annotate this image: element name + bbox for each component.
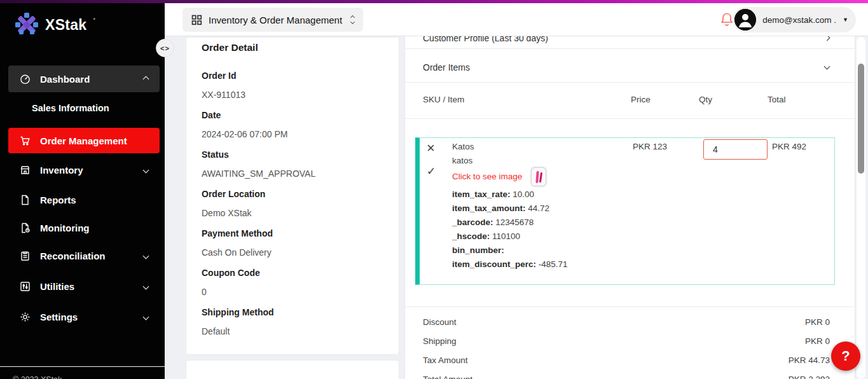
help-button[interactable]: ? [831, 341, 860, 371]
scrollbar-track[interactable] [857, 37, 865, 379]
app-root: XStak * Dashboard Sales Information Orde… [0, 0, 868, 379]
order-detail-card: Order Detail Order Id XX-911013 Date 202… [186, 37, 399, 355]
item-attribute: item_tax_rate: 10.00 [452, 188, 568, 202]
grid-icon [191, 15, 202, 25]
column-header-total: Total [768, 95, 786, 104]
gear-icon [20, 312, 31, 322]
item-total: PKR 492 [772, 142, 806, 151]
sidebar-item-inventory[interactable]: Inventory [8, 157, 160, 183]
summary-value: PKR 44.73 [789, 355, 830, 365]
sidebar-item-dashboard[interactable]: Dashboard [8, 65, 160, 92]
sidebar-item-order-management[interactable]: Order Management [8, 128, 160, 153]
field-label: Order Location [202, 189, 265, 199]
sidebar-item-label: Inventory [40, 165, 83, 176]
brand-name: XStak [45, 17, 86, 34]
document-monitor-icon [20, 223, 31, 233]
xstak-logo-icon [14, 12, 39, 38]
sidebar-item-utilities[interactable]: Utilities [8, 273, 160, 299]
secondary-card [186, 360, 399, 379]
summary-value: PKR 0 [805, 336, 830, 346]
user-email: demo@xstak.com . [762, 15, 836, 25]
chevron-down-icon [143, 314, 149, 320]
field-label: Status [202, 149, 229, 160]
app-switcher[interactable]: Inventory & Order Management [183, 8, 363, 32]
app-switcher-label: Inventory & Order Management [209, 15, 342, 25]
order-item-row: × ✓ Katos katos Click to see image item_… [415, 137, 835, 285]
column-header-price: Price [631, 95, 651, 104]
product-thumbnail-icon[interactable] [531, 167, 546, 186]
topbar: Inventory & Order Management demo@xstak.… [165, 3, 868, 36]
document-icon [20, 195, 31, 205]
field-label: Date [202, 110, 221, 120]
sidebar-item-label: Reconciliation [40, 251, 106, 261]
approve-item-icon[interactable]: ✓ [427, 165, 436, 178]
clipboard-icon [20, 251, 31, 261]
field-value: 0 [202, 287, 207, 297]
see-image-link[interactable]: Click to see image [452, 172, 522, 181]
field-value: Demo XStak [202, 208, 252, 218]
summary-label: Discount [423, 317, 457, 327]
sidebar-item-label: Sales Information [32, 103, 109, 113]
caret-down-icon: ▼ [843, 17, 848, 23]
item-attribute: _barcode: 12345678 [452, 216, 568, 230]
item-attributes: item_tax_rate: 10.00 item_tax_amount: 44… [452, 188, 568, 272]
field-label: Payment Method [202, 228, 273, 238]
scrollbar-thumb[interactable] [858, 64, 864, 174]
brand-logo: XStak * [14, 12, 95, 38]
sidebar-item-label: Dashboard [40, 74, 90, 85]
column-header-qty: Qty [699, 95, 712, 104]
sidebar-item-settings[interactable]: Settings [8, 304, 160, 329]
item-name: Katos [452, 142, 474, 151]
sidebar-item-label: Utilities [40, 281, 74, 292]
column-header-sku: SKU / Item [423, 95, 464, 104]
copyright-text: © 2023 XStak. [13, 375, 64, 379]
chevron-down-icon [143, 167, 149, 173]
field-value: 2024-02-06 07:00 PM [202, 129, 287, 139]
summary-label: Shipping [423, 336, 457, 346]
divider [405, 48, 855, 49]
summary-value: PKR 2,292 [789, 375, 830, 379]
sidebar-item-label: Order Management [40, 135, 127, 146]
divider [405, 82, 855, 83]
order-items-card: Customer Profile (Last 30 days) Order It… [404, 25, 855, 379]
notification-bell-icon[interactable] [720, 12, 734, 27]
divider [405, 118, 855, 119]
order-items-accordion[interactable]: Order Items [423, 62, 470, 72]
store-icon [20, 165, 31, 176]
field-value: Cash On Delivery [202, 247, 272, 258]
field-value: XX-911013 [202, 90, 245, 100]
sidebar-item-label: Settings [40, 312, 78, 322]
sidebar-item-reports[interactable]: Reports [8, 187, 160, 212]
item-attribute: item_discount_perc: -485.71 [452, 258, 568, 272]
sidebar-item-label: Monitoring [40, 223, 89, 233]
updown-chevron-icon [351, 16, 354, 24]
sidebar-item-reconciliation[interactable]: Reconciliation [8, 243, 160, 268]
item-attribute: item_tax_amount: 44.72 [452, 202, 568, 216]
remove-item-icon[interactable]: × [427, 139, 435, 158]
cart-icon [20, 135, 31, 146]
field-value: AWAITING_SM_APPROVAL [202, 169, 315, 179]
sidebar-item-monitoring[interactable]: Monitoring [8, 215, 160, 240]
sidebar-item-sales-information[interactable]: Sales Information [8, 100, 160, 116]
item-price: PKR 123 [633, 142, 667, 151]
item-sku: katos [452, 156, 472, 165]
sidebar-collapse-button[interactable]: <> [156, 39, 174, 57]
chevron-down-icon [143, 283, 149, 289]
divider [405, 307, 855, 307]
order-detail-title: Order Detail [202, 42, 258, 53]
chevron-up-icon [143, 76, 149, 82]
sidebar-item-label: Reports [40, 195, 76, 205]
avatar [734, 9, 756, 31]
user-menu[interactable]: demo@xstak.com . ▼ [733, 7, 856, 32]
chevron-down-icon [143, 252, 149, 259]
summary-label: Total Amount [423, 375, 472, 379]
field-value: Default [202, 326, 230, 336]
chevron-down-icon[interactable] [824, 64, 830, 70]
item-attribute: _hscode: 110100 [452, 230, 568, 244]
field-label: Order Id [202, 71, 236, 81]
gauge-icon [20, 74, 31, 85]
sidebar: XStak * Dashboard Sales Information Orde… [0, 3, 165, 379]
qty-input[interactable] [703, 139, 768, 160]
top-gradient-bar [0, 0, 868, 3]
summary-label: Tax Amount [423, 355, 468, 365]
